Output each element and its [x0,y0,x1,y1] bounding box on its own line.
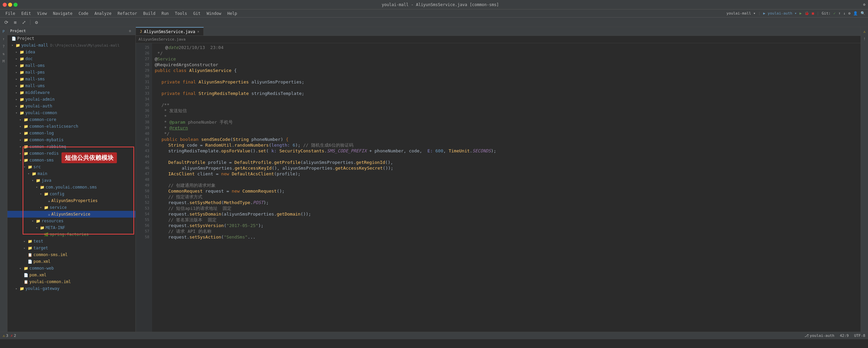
tree-label: spring.factories [50,232,89,237]
tree-item[interactable]: ▸ 📁 mall-pms [7,69,135,76]
code-line: CommonRequest request = new CommonReques… [155,188,858,194]
right-icon-problems[interactable]: ! [862,36,868,42]
tree-item[interactable]: ▸ 📁 youlai-auth [7,103,135,109]
tree-item[interactable]: ▸ 📁 common-redis [7,150,135,157]
tree-item[interactable]: ▸ 📁 mall-ums [7,82,135,89]
run-config[interactable]: ▶ youlai-auth ▾ [763,11,797,16]
panel-settings-button[interactable]: ⚙ [127,28,133,34]
menu-file[interactable]: File [3,10,18,17]
git-push[interactable]: ↓ [843,11,846,16]
tree-item[interactable]: ▸ 📁 common-log [7,130,135,136]
tree-item[interactable]: ▸ 📁 mall-sms [7,76,135,82]
tree-item[interactable]: ▾ 📁 main [7,170,135,177]
tree-item[interactable]: ▸ 📁 common-elasticsearch [7,123,135,130]
tree-item[interactable]: ▸ 📁 youlai-gateway [7,285,135,292]
tree-item[interactable]: ▾ 📁 youlai-common [7,109,135,116]
tree-item[interactable]: ▸ 📁 common-web [7,265,135,272]
menu-analyze[interactable]: Analyze [92,10,114,17]
tree-item[interactable]: ▸ 📁 common-mybatis [7,136,135,143]
tree-item[interactable]: ▸ 📁 middleware [7,89,135,96]
tree-item[interactable]: ▾ 📁 common-sms [7,157,135,164]
tree-item[interactable]: ▾ 📁 config [7,191,135,197]
menu-git[interactable]: Git [191,10,203,17]
tree-path: D:\Projects\Java\My\youlai-mall [50,43,119,48]
menu-window[interactable]: Window [204,10,224,17]
maximize-button[interactable] [14,3,18,7]
tree-item[interactable]: ▾ 📁 youlai-mall D:\Projects\Java\My\youl… [7,42,135,49]
user-icon[interactable]: 👤 [853,11,858,16]
menu-help[interactable]: Help [225,10,240,17]
settings-icon[interactable]: ⚙ [848,11,850,16]
stop-button[interactable]: ■ [812,11,814,16]
tree-item[interactable]: 📄 pom.xml [7,272,135,278]
tab-aliyunsmsservice[interactable]: J AliyunSmsService.java × [136,27,204,35]
run-button[interactable]: ▶ [799,11,802,16]
tree-item[interactable]: ▾ 📁 com.youlai.common.sms [7,184,135,191]
menu-build[interactable]: Build [141,10,158,17]
sidebar-icon-project[interactable]: P [1,28,7,34]
menu-code[interactable]: Code [76,10,91,17]
git-sync[interactable]: ↑ [838,11,841,16]
search-icon[interactable]: 🔍 [861,11,865,16]
tree-item[interactable]: ☕ AliyunSmsProperties [7,197,135,204]
tree-item[interactable]: ▸ 📁 youlai-admin [7,96,135,103]
status-branch[interactable]: ⎇ youlai-auth [804,333,835,338]
sidebar-icon-pullreq[interactable]: ⇅ [1,51,7,57]
tree-item[interactable]: ▾ 📁 src [7,164,135,170]
debug-button[interactable]: 🐞 [804,11,809,16]
collapse-all-button[interactable]: ≡ [11,19,19,26]
tree-item[interactable]: ☕ AliyunSmsService [7,211,135,218]
menu-view[interactable]: View [34,10,50,17]
sync-button[interactable]: ⟳ [3,19,10,26]
tree-item[interactable]: ▸ 📁 mall-oms [7,62,135,69]
breadcrumb-item: AliyunSmsService.java [139,37,185,42]
menu-refactor[interactable]: Refactor [115,10,140,17]
menu-tools[interactable]: Tools [172,10,190,17]
right-icon-notifications[interactable]: ⚠ [862,28,868,34]
menu-run[interactable]: Run [159,10,172,17]
menu-edit[interactable]: Edit [19,10,34,17]
tree-item[interactable]: 🌿 spring.factories [7,231,135,238]
tree-item[interactable]: ▸ 📁 test [7,238,135,245]
code-line: @Service [155,56,858,62]
minimize-button[interactable] [8,3,12,7]
tree-label: src [33,165,41,169]
line-number: 50 [136,188,152,194]
tree-label: youlai-common.iml [29,279,71,284]
sidebar-icon-learn[interactable]: ? [1,43,7,49]
line-number: 42 [136,142,152,148]
line-number: 53 [136,205,152,211]
line-number: 36 [136,108,152,114]
code-line: String code = RandomUtil.randomNumbers(l… [155,142,858,148]
tree-item[interactable]: ▸ 📁 doc [7,55,135,62]
line-number: 26 [136,50,152,56]
tree-arrow: ▾ [24,165,28,169]
code-content[interactable]: @date 2021/10/13 23:04 */@Service@Requir… [152,43,861,332]
tree-item[interactable]: ▸ 📁 target [7,245,135,251]
tree-item[interactable]: 📋 youlai-common.iml [7,278,135,285]
tree-item[interactable]: ▾ 📁 service [7,204,135,211]
tree-item[interactable]: ▸ 📁 common-rabbitmq [7,143,135,150]
menu-navigate[interactable]: Navigate [50,10,75,17]
tree-item[interactable]: ▸ 📁 common-core [7,116,135,123]
settings-toolbar-button[interactable]: ⚙ [33,19,40,26]
tab-bar: J AliyunSmsService.java × [136,27,861,36]
close-button[interactable] [3,3,7,7]
tree-item[interactable]: ▾ 📁 java [7,177,135,184]
project-selector[interactable]: youlai-mall ▾ [726,11,755,16]
expand-button[interactable]: ⤢ [20,19,28,26]
window-controls[interactable] [3,3,18,7]
tree-item[interactable]: ▾ 📁 META-INF [7,224,135,231]
git-check[interactable]: ✓ [834,11,836,16]
status-warnings[interactable]: ⚠ 3 ✗ 2 [3,333,16,338]
sidebar-icon-maven[interactable]: M [1,58,7,64]
tree-item[interactable]: ▸ 📁 idea [7,49,135,55]
tree-item[interactable]: 📋 common-sms.iml [7,251,135,258]
tree-item[interactable]: 📄 Project [7,35,135,42]
status-encoding[interactable]: UTF-8 [854,333,865,338]
tree-item[interactable]: 📄 pom.xml [7,258,135,265]
sidebar-icon-commit[interactable]: ↑ [1,36,7,42]
line-number: 43 [136,148,152,154]
tab-close-button[interactable]: × [197,30,199,33]
tree-item[interactable]: ▾ 📁 resources [7,218,135,224]
